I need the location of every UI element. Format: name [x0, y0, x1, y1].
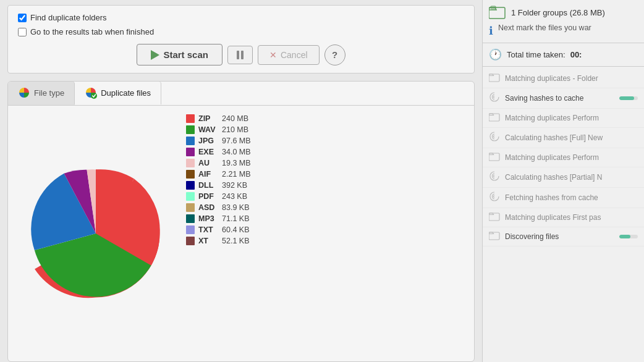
legend-file-size: 52.1 KB — [222, 237, 249, 245]
pause-icon — [237, 51, 244, 59]
svg-rect-1 — [489, 7, 505, 19]
progress-item-icon — [489, 91, 500, 105]
progress-item: Matching duplicates - Folder — [483, 69, 644, 88]
pause-button[interactable] — [227, 46, 253, 64]
legend-item: ASD 83.9 KB — [186, 202, 464, 213]
legend-file-type: XT — [198, 237, 218, 245]
legend-file-type: PDF — [198, 192, 218, 201]
legend-item: ZIP 240 MB — [186, 113, 464, 124]
tabs-container: File type Duplicate files — [7, 81, 475, 362]
legend-color-swatch — [186, 125, 195, 134]
legend-wrapper: ZIP 240 MB WAV 210 MB JPG 97.6 MB EXE 34… — [186, 113, 467, 354]
progress-item-label: Matching duplicates - Folder — [505, 74, 638, 83]
info-icon: ℹ — [489, 24, 493, 38]
legend-color-swatch — [186, 148, 195, 156]
progress-list: Matching duplicates - Folder Saving hash… — [483, 67, 644, 362]
legend-item: TXT 60.4 KB — [186, 224, 464, 235]
folder-icon — [489, 151, 500, 161]
legend-color-swatch — [186, 170, 195, 179]
legend-file-type: DLL — [198, 181, 218, 190]
progress-item: Matching duplicates First pas — [483, 208, 644, 227]
legend-file-size: 60.4 KB — [222, 225, 249, 234]
progress-bar — [619, 235, 638, 238]
legend-file-type: TXT — [198, 225, 218, 234]
svg-rect-7 — [489, 232, 499, 240]
folder-icon — [489, 211, 500, 221]
tab-file-type[interactable]: File type — [8, 82, 75, 105]
legend-file-size: 97.6 MB — [222, 137, 251, 145]
legend-item: XT 52.1 KB — [186, 235, 464, 246]
progress-item: Matching duplicates Perform — [483, 148, 644, 167]
legend-file-size: 71.1 KB — [222, 214, 249, 223]
progress-item-icon — [489, 230, 500, 243]
go-to-results-row: Go to the results tab when finished — [18, 27, 464, 36]
progress-item-label: Calculating hashes [Partial] N — [505, 173, 638, 182]
legend-item: PDF 243 KB — [186, 191, 464, 202]
cancel-button[interactable]: ✕ Cancel — [258, 45, 320, 65]
file-type-tab-icon — [18, 86, 30, 99]
go-to-results-label[interactable]: Go to the results tab when finished — [30, 27, 154, 36]
tab-duplicate-files-label: Duplicate files — [101, 88, 151, 98]
legend-color-swatch — [186, 203, 195, 212]
progress-bar-fill — [619, 235, 630, 238]
legend-file-size: 34.0 MB — [222, 148, 251, 156]
chart-area: ZIP 240 MB WAV 210 MB JPG 97.6 MB EXE 34… — [8, 106, 474, 361]
progress-item-icon — [489, 191, 500, 204]
tabs-header: File type Duplicate files — [8, 82, 474, 106]
svg-rect-5 — [489, 153, 499, 161]
progress-item-icon — [489, 211, 500, 224]
progress-item: Calculating hashes [Full] New — [483, 128, 644, 148]
folder-icon — [489, 72, 500, 82]
progress-bar — [619, 96, 638, 100]
legend-item: AU 19.3 MB — [186, 158, 464, 169]
fingerprint-icon — [489, 91, 500, 103]
progress-item: Matching duplicates Perform — [483, 109, 644, 128]
legend-file-size: 243 KB — [222, 192, 247, 201]
legend-scroll[interactable]: ZIP 240 MB WAV 210 MB JPG 97.6 MB EXE 34… — [186, 113, 467, 354]
legend-file-size: 19.3 MB — [222, 159, 251, 167]
legend-color-swatch — [186, 137, 195, 145]
help-label: ? — [332, 49, 337, 60]
legend-file-size: 392 KB — [222, 181, 247, 190]
progress-item-icon — [489, 131, 500, 145]
legend-file-type: ASD — [198, 203, 218, 212]
pie-chart — [15, 113, 176, 354]
pie-chart-svg — [25, 162, 167, 305]
progress-item-icon — [489, 151, 500, 164]
legend-color-swatch — [186, 237, 195, 245]
legend-color-swatch — [186, 214, 195, 223]
legend-item: WAV 210 MB — [186, 124, 464, 135]
find-duplicates-label[interactable]: Find duplicate folders — [30, 13, 107, 22]
tab-duplicate-files[interactable]: Duplicate files — [75, 82, 161, 105]
action-buttons: Start scan ✕ Cancel ? — [18, 44, 464, 65]
folder-icon — [489, 230, 500, 240]
legend-file-size: 83.9 KB — [222, 203, 249, 212]
folder-groups-row: 1 Folder groups (26.8 MB) — [489, 5, 638, 20]
folder-icon — [489, 112, 500, 122]
total-time-label: Total time taken: — [507, 50, 566, 59]
help-button[interactable]: ? — [324, 44, 345, 65]
play-icon — [151, 50, 159, 60]
legend-file-type: ZIP — [198, 114, 218, 123]
progress-item-icon — [489, 112, 500, 124]
total-time-value: 00: — [570, 50, 582, 59]
legend-item: JPG 97.6 MB — [186, 135, 464, 146]
find-duplicates-checkbox[interactable] — [18, 14, 27, 22]
right-panel: 1 Folder groups (26.8 MB) ℹ Next mark th… — [482, 0, 644, 362]
info-text: Next mark the files you war — [498, 23, 591, 32]
progress-item-label: Calculating hashes [Full] New — [505, 133, 638, 142]
go-to-results-checkbox[interactable] — [18, 28, 27, 36]
fingerprint-icon — [489, 170, 500, 182]
legend-file-size: 210 MB — [222, 125, 248, 134]
info-row: ℹ Next mark the files you war — [489, 23, 638, 38]
start-scan-button[interactable]: Start scan — [137, 44, 222, 65]
folder-groups-icon — [489, 5, 506, 20]
fingerprint-icon — [489, 191, 500, 202]
legend-color-swatch — [186, 159, 195, 167]
svg-point-0 — [91, 93, 97, 99]
top-controls: Find duplicate folders Go to the results… — [7, 5, 475, 74]
legend-color-swatch — [186, 225, 195, 234]
time-row: 🕐 Total time taken: 00: — [483, 43, 644, 67]
legend-item: DLL 392 KB — [186, 180, 464, 191]
start-scan-label: Start scan — [163, 49, 208, 60]
